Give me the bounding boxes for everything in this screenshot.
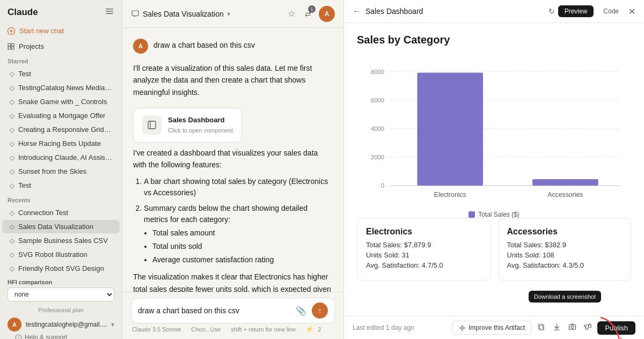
star-item-icon: ◇ xyxy=(10,154,14,161)
electronics-card-title: Electronics xyxy=(366,227,481,237)
copy-button[interactable] xyxy=(535,321,547,335)
header-avatar: A xyxy=(319,6,335,22)
accessories-card: Accessories Total Sales: $382.9 Units So… xyxy=(498,218,632,281)
context-label[interactable]: Choo...Use xyxy=(191,326,221,333)
svg-text:Electronics: Electronics xyxy=(434,191,466,198)
sidebar-user: A testingcataloghelp@gmail.... ▾ xyxy=(8,318,114,331)
chat-panel: Sales Data Visualization ▾ ☆ ⇄ 1 A A dra… xyxy=(122,0,343,339)
chat-input[interactable] xyxy=(138,306,290,315)
recent-item[interactable]: ◇Sales Data Visualization xyxy=(2,220,120,233)
camera-icon xyxy=(568,323,576,331)
star-item-icon: ◇ xyxy=(10,98,14,106)
sidebar-collapse-button[interactable] xyxy=(105,6,114,18)
starred-section-label: Starred xyxy=(0,54,122,67)
ai-response-p2: I've created a dashboard that visualizes… xyxy=(133,147,333,171)
recent-item-label: Connection Test xyxy=(18,209,68,217)
chat-header: Sales Data Visualization ▾ ☆ ⇄ 1 A xyxy=(122,0,343,28)
svg-rect-1 xyxy=(106,11,113,12)
model-badge: 1 xyxy=(308,5,316,13)
projects-button[interactable]: Projects xyxy=(0,39,122,54)
starred-item[interactable]: ◇Snake Game with _ Controls xyxy=(2,95,120,108)
accessories-avg-satisfaction: Avg. Satisfaction: 4.3/5.0 xyxy=(507,261,623,269)
new-chat-button[interactable]: Start new chat xyxy=(0,23,122,39)
chat-input-area: 📎 ↑ Claude 3.5 Sonnet · Choo...Use · shi… xyxy=(122,292,343,339)
starred-item[interactable]: ◇Horse Racing Bets Update xyxy=(2,137,120,150)
svg-rect-6 xyxy=(8,43,11,46)
starred-item-label: Snake Game with _ Controls xyxy=(18,98,107,106)
hfi-label: HFI comparison xyxy=(8,279,114,285)
starred-item-label: TestingCatalog News Media Business xyxy=(18,84,112,92)
user-message-text: draw a chart based on this csv xyxy=(153,39,255,49)
starred-item[interactable]: ◇Evaluating a Mortgage Offer xyxy=(2,109,120,122)
sidebar-header: Claude xyxy=(0,0,122,23)
model-label[interactable]: Claude 3.5 Sonnet xyxy=(132,326,181,333)
svg-rect-2 xyxy=(106,13,113,14)
electronics-units-sold: Units Sold: 31 xyxy=(366,251,481,259)
improve-artifact-button[interactable]: Improve this Artifact xyxy=(452,321,532,335)
starred-item[interactable]: ◇TestingCatalog News Media Business xyxy=(2,81,120,94)
ai-response-p3: The visualization makes it clear that El… xyxy=(133,271,333,292)
attach-button[interactable]: 📎 xyxy=(295,305,308,317)
recent-item-icon: ◇ xyxy=(10,251,14,259)
recent-item[interactable]: ◇Connection Test xyxy=(2,206,120,219)
chat-title-chevron[interactable]: ▾ xyxy=(227,10,230,18)
star-item-icon: ◇ xyxy=(10,182,14,189)
metrics-cards: Electronics Total Sales: $7,879.9 Units … xyxy=(357,218,631,281)
tokens-label: 2 xyxy=(318,326,321,333)
plus-icon xyxy=(8,27,15,35)
dislike-button[interactable] xyxy=(582,321,594,335)
download-button[interactable] xyxy=(551,321,563,335)
thumbsdown-icon xyxy=(584,323,592,331)
starred-item[interactable]: ◇Test xyxy=(2,179,120,192)
recent-item-icon: ◇ xyxy=(10,237,14,245)
electronics-card: Electronics Total Sales: $7,879.9 Units … xyxy=(357,218,491,281)
starred-item[interactable]: ◇Creating a Responsive Grid Layout xyxy=(2,123,120,136)
send-button[interactable]: ↑ xyxy=(312,303,328,319)
accessories-total-sales: Total Sales: $382.9 xyxy=(507,241,623,249)
chat-body: A draw a chart based on this csv I'll cr… xyxy=(122,28,343,292)
recent-item-label: Sales Data Visualization xyxy=(18,223,93,231)
sidebar-user-chevron[interactable]: ▾ xyxy=(111,321,114,328)
sidebar: Claude Start new chat Projects Starred ◇… xyxy=(0,0,122,339)
hfi-select[interactable]: none xyxy=(8,288,114,301)
artifact-footer: Last edited 1 day ago Improve this Artif… xyxy=(344,316,644,339)
chart-title: Sales by Category xyxy=(357,34,631,46)
user-avatar: A xyxy=(133,39,148,54)
recents-section-label: Recents xyxy=(0,193,122,205)
artifact-panel: ← Sales Dashboard ↻ Preview Code ✕ Sales… xyxy=(343,0,644,339)
star-item-icon: ◇ xyxy=(10,70,14,78)
starred-item-label: Evaluating a Mortgage Offer xyxy=(18,112,105,120)
code-tab[interactable]: Code xyxy=(597,5,625,17)
screenshot-button[interactable] xyxy=(566,321,579,335)
artifact-close-button[interactable]: ✕ xyxy=(628,6,635,17)
download-icon xyxy=(553,323,561,331)
red-arrow-icon xyxy=(598,315,625,339)
starred-item[interactable]: ◇Test xyxy=(2,67,120,80)
feature-item-1: A bar chart showing total sales by categ… xyxy=(144,176,333,198)
model-toggle: ⇄ 1 xyxy=(303,8,313,20)
preview-tab[interactable]: Preview xyxy=(558,5,594,17)
recent-item-icon: ◇ xyxy=(10,265,14,272)
artifact-back-button[interactable]: ← xyxy=(353,6,361,16)
help-button[interactable]: ? Help & support xyxy=(8,331,114,339)
accessories-bar[interactable] xyxy=(532,179,598,186)
recent-item[interactable]: ◇Friendly Robot SVG Design xyxy=(2,262,120,275)
recent-item[interactable]: ◇Sample Business Sales CSV xyxy=(2,234,120,247)
sub-feature-1: Total sales amount xyxy=(152,227,333,239)
component-card[interactable]: Sales Dashboard Click to open component xyxy=(133,108,242,142)
svg-point-31 xyxy=(571,326,574,329)
star-item-icon: ◇ xyxy=(10,112,14,120)
starred-item-label: Horse Racing Bets Update xyxy=(18,139,101,148)
artifact-header: ← Sales Dashboard ↻ Preview Code ✕ xyxy=(344,0,644,23)
component-card-subtitle: Click to open component xyxy=(168,126,233,136)
tokens-icon: ⚡ xyxy=(306,326,313,333)
star-button[interactable]: ☆ xyxy=(286,6,297,21)
artifact-refresh-button[interactable]: ↻ xyxy=(548,7,555,16)
starred-item[interactable]: ◇Sunset from the Skies xyxy=(2,165,120,178)
starred-item[interactable]: ◇Introducing Claude, AI Assistant xyxy=(2,151,120,164)
electronics-bar[interactable] xyxy=(417,73,483,186)
artifact-title: Sales Dashboard xyxy=(365,7,423,16)
svg-text:2000: 2000 xyxy=(371,154,384,160)
new-chat-label: Start new chat xyxy=(19,27,64,35)
recent-item[interactable]: ◇SVG Robot Illustration xyxy=(2,248,120,261)
